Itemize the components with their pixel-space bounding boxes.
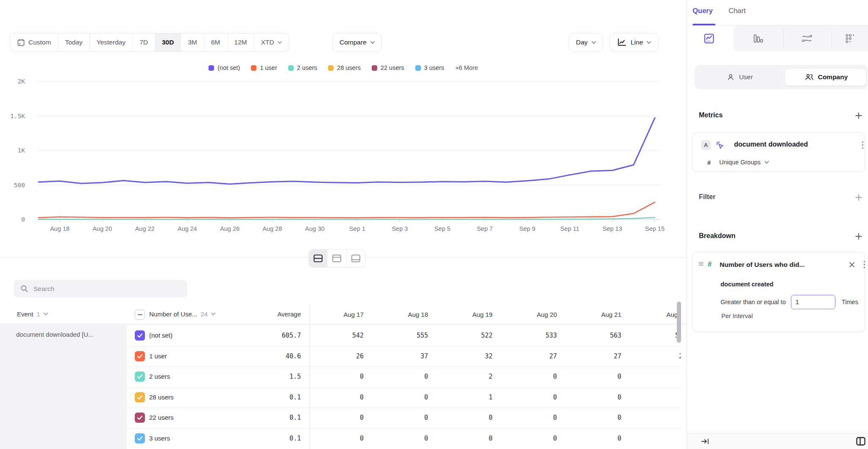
layout-chart-only-button[interactable] <box>328 249 346 267</box>
legend-item[interactable]: 2 users <box>288 64 317 71</box>
row-average-value: 40.6 <box>237 352 301 360</box>
layout-table-only-button[interactable] <box>347 249 365 267</box>
event-sparkle-cursor-icon <box>715 141 724 150</box>
legend-item[interactable]: 28 users <box>328 64 361 71</box>
date-range-label: Yesterday <box>97 39 125 46</box>
series-line <box>39 217 655 219</box>
row-label: 2 users <box>149 373 170 380</box>
table-cell: 27 <box>558 352 621 360</box>
layout-split-button[interactable] <box>309 249 328 267</box>
legend-item[interactable]: (not set) <box>209 64 240 71</box>
calendar-icon <box>17 39 25 47</box>
bar-chart-type-button[interactable] <box>753 33 764 46</box>
date-range-yesterday[interactable]: Yesterday <box>90 33 133 51</box>
check-icon <box>137 374 143 379</box>
row-checkbox[interactable] <box>135 433 145 443</box>
side-panel-icon[interactable] <box>856 436 866 446</box>
x-axis-label: Sep 1 <box>349 225 365 232</box>
kebab-menu-icon[interactable] <box>862 141 864 149</box>
collapse-panel-icon[interactable] <box>701 437 710 446</box>
date-range-12m[interactable]: 12M <box>228 33 254 51</box>
row-checkbox[interactable] <box>135 392 145 402</box>
table-cell: 522 <box>429 332 492 339</box>
drag-handle-icon[interactable] <box>698 261 704 266</box>
granularity-label: Day <box>576 39 588 46</box>
date-range-7d[interactable]: 7D <box>133 33 155 51</box>
x-axis-label: Sep 9 <box>519 225 535 232</box>
table-cell: 2 <box>429 373 492 380</box>
line-chart-icon <box>617 38 627 47</box>
entity-option-company[interactable]: Company <box>785 65 868 89</box>
entity-option-user[interactable]: User <box>695 65 785 89</box>
close-icon[interactable] <box>849 262 855 268</box>
row-average-value: 0.1 <box>237 435 301 442</box>
legend-more[interactable]: +6 More <box>455 64 478 71</box>
table-cell: 0 <box>364 414 428 421</box>
row-checkbox[interactable] <box>135 351 145 361</box>
kebab-menu-icon[interactable] <box>863 261 865 269</box>
add-metric-icon[interactable] <box>855 112 862 119</box>
condition-value-input[interactable] <box>791 295 835 309</box>
tab-query[interactable]: Query <box>693 7 713 15</box>
divider <box>832 30 832 47</box>
breakdown-card[interactable]: # Number of Users who did... document cr… <box>692 252 865 332</box>
search-icon <box>20 285 28 293</box>
series-column-header[interactable]: Number of Use... 24 <box>149 310 215 318</box>
legend-item[interactable]: 22 users <box>372 64 404 71</box>
compare-label: Compare <box>339 39 367 46</box>
flow-chart-type-button[interactable] <box>801 33 812 46</box>
add-breakdown-icon[interactable] <box>855 233 862 240</box>
row-checkbox[interactable] <box>135 371 145 382</box>
tab-chart[interactable]: Chart <box>729 7 746 15</box>
row-average-value: 605.7 <box>237 332 301 339</box>
table-cell: 0 <box>364 373 428 380</box>
row-checkbox[interactable] <box>135 413 145 423</box>
condition-unit: Times <box>842 299 858 305</box>
date-range-6m[interactable]: 6M <box>204 33 228 51</box>
x-axis-label: Aug 30 <box>305 225 325 232</box>
table-cell: 0 <box>311 414 364 421</box>
date-range-label: 3M <box>188 39 197 46</box>
breakdown-title: Number of Users who did... <box>720 261 805 269</box>
chart-type-button[interactable]: Line <box>609 33 658 52</box>
row-checkbox[interactable] <box>135 330 145 341</box>
add-filter-icon[interactable] <box>855 194 862 201</box>
metric-card[interactable]: A document downloaded # Unique Groups <box>692 132 865 172</box>
compare-button[interactable]: Compare <box>332 33 382 52</box>
vertical-scrollbar[interactable] <box>677 302 681 343</box>
event-list-panel: document downloaded [U... <box>0 325 127 449</box>
line-chart-type-button[interactable] <box>704 33 715 46</box>
search-input[interactable] <box>33 285 173 293</box>
legend-item[interactable]: 3 users <box>415 64 445 71</box>
date-range-label: XTD <box>261 39 274 46</box>
date-range-group: CustomTodayYesterday7D30D3M6M12MXTD <box>10 33 289 52</box>
table-cell: 0 <box>493 435 557 442</box>
aggregation-selector[interactable]: Unique Groups <box>719 159 769 166</box>
y-axis-label: 500 <box>14 182 25 188</box>
y-axis-label: 1.5K <box>10 113 25 119</box>
event-list-item[interactable]: document downloaded [U... <box>16 331 94 338</box>
x-axis-label: Aug 28 <box>263 225 282 232</box>
table-cell: 0 <box>493 414 557 421</box>
bar-chart-icon <box>753 33 764 44</box>
date-range-today[interactable]: Today <box>58 33 89 51</box>
table-cell: 0 <box>311 435 364 442</box>
date-range-30d[interactable]: 30D <box>155 33 181 51</box>
legend-swatch <box>372 65 377 71</box>
legend-item[interactable]: 1 user <box>251 64 277 71</box>
date-range-xtd[interactable]: XTD <box>254 33 289 51</box>
x-axis-label: Aug 18 <box>50 225 70 232</box>
chevron-down-icon <box>647 41 651 44</box>
series-header-label: Number of Use... <box>149 310 197 318</box>
date-range-custom[interactable]: Custom <box>10 33 58 51</box>
date-column-header: Aug 22 <box>623 311 681 318</box>
row-label: 28 users <box>149 394 174 401</box>
scatter-chart-type-button[interactable] <box>845 33 856 46</box>
legend-label: 22 users <box>381 64 404 71</box>
select-all-checkbox[interactable] <box>135 310 145 320</box>
granularity-button[interactable]: Day <box>569 33 603 52</box>
event-column-header[interactable]: Event 1 <box>17 310 48 318</box>
x-axis-label: Sep 5 <box>434 225 451 232</box>
row-label: 3 users <box>149 435 170 442</box>
date-range-3m[interactable]: 3M <box>181 33 204 51</box>
